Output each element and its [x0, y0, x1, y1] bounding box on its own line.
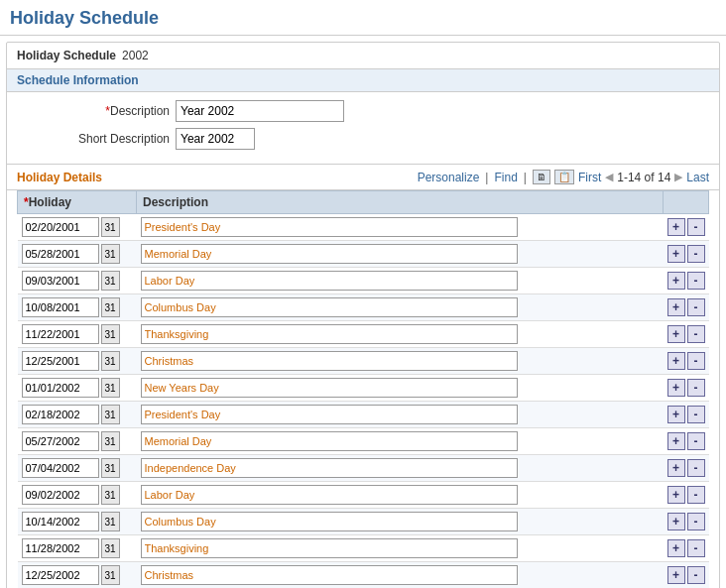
add-row-btn-5[interactable]: + [667, 352, 685, 370]
remove-row-btn-11[interactable]: - [687, 513, 705, 530]
col-header-holiday: *Holiday [18, 191, 137, 214]
date-cell-8: 31 [18, 428, 137, 455]
remove-row-btn-1[interactable]: - [687, 245, 705, 263]
remove-row-btn-2[interactable]: - [687, 272, 705, 290]
add-row-btn-8[interactable]: + [667, 432, 685, 450]
remove-row-btn-6[interactable]: - [687, 379, 705, 397]
action-cell-1: + - [664, 241, 709, 268]
add-row-btn-2[interactable]: + [667, 272, 685, 290]
desc-cell-10 [137, 482, 664, 509]
desc-input-12[interactable] [141, 538, 518, 558]
remove-row-btn-9[interactable]: - [687, 459, 705, 477]
date-input-5[interactable] [22, 351, 99, 371]
date-cell-10: 31 [18, 482, 137, 509]
last-link[interactable]: Last [686, 171, 709, 184]
desc-input-10[interactable] [141, 485, 518, 505]
date-input-2[interactable] [22, 271, 99, 291]
calendar-btn-12[interactable]: 31 [101, 538, 120, 558]
action-cell-11: + - [664, 509, 709, 535]
calendar-btn-0[interactable]: 31 [101, 217, 120, 237]
export-icon-btn[interactable]: 🗎 [533, 170, 550, 184]
calendar-btn-6[interactable]: 31 [101, 378, 120, 398]
first-link[interactable]: First [578, 171, 601, 184]
date-input-1[interactable] [22, 244, 99, 264]
col-header-description: Description [137, 191, 664, 214]
date-input-6[interactable] [22, 378, 99, 398]
remove-row-btn-7[interactable]: - [687, 406, 705, 423]
date-cell-3: 31 [18, 294, 137, 321]
add-row-btn-1[interactable]: + [667, 245, 685, 263]
desc-input-7[interactable] [141, 405, 518, 424]
date-input-4[interactable] [22, 324, 99, 344]
date-cell-0: 31 [18, 214, 137, 241]
calendar-btn-5[interactable]: 31 [101, 351, 120, 371]
desc-input-3[interactable] [141, 297, 518, 317]
remove-row-btn-10[interactable]: - [687, 486, 705, 504]
remove-row-btn-4[interactable]: - [687, 325, 705, 343]
add-row-btn-11[interactable]: + [667, 513, 685, 530]
remove-row-btn-8[interactable]: - [687, 432, 705, 450]
desc-input-8[interactable] [141, 431, 518, 451]
action-cell-3: + - [664, 294, 709, 321]
desc-input-13[interactable] [141, 565, 518, 585]
date-input-3[interactable] [22, 297, 99, 317]
action-cell-4: + - [664, 321, 709, 348]
add-row-btn-7[interactable]: + [667, 406, 685, 423]
header-row: Holiday Schedule 2002 [7, 43, 719, 68]
date-input-10[interactable] [22, 485, 99, 505]
date-input-9[interactable] [22, 458, 99, 478]
calendar-btn-3[interactable]: 31 [101, 297, 120, 317]
short-description-row: Short Description [17, 128, 709, 150]
prev-arrow[interactable]: ◀ [605, 171, 613, 183]
date-input-13[interactable] [22, 565, 99, 585]
add-row-btn-0[interactable]: + [667, 218, 685, 236]
desc-input-4[interactable] [141, 324, 518, 344]
desc-input-5[interactable] [141, 351, 518, 371]
description-input[interactable] [176, 100, 344, 122]
date-input-11[interactable] [22, 512, 99, 531]
add-row-btn-9[interactable]: + [667, 459, 685, 477]
date-input-7[interactable] [22, 405, 99, 424]
personalize-link[interactable]: Personalize [418, 171, 480, 184]
grid-icon-btn[interactable]: 📋 [554, 170, 574, 184]
date-input-0[interactable] [22, 217, 99, 237]
desc-input-6[interactable] [141, 378, 518, 398]
desc-input-11[interactable] [141, 512, 518, 531]
add-row-btn-3[interactable]: + [667, 298, 685, 316]
table-header-row: *Holiday Description [18, 191, 709, 214]
remove-row-btn-3[interactable]: - [687, 298, 705, 316]
calendar-btn-1[interactable]: 31 [101, 244, 120, 264]
short-description-label: Short Description [17, 132, 176, 146]
find-link[interactable]: Find [494, 171, 517, 184]
remove-row-btn-12[interactable]: - [687, 539, 705, 557]
remove-row-btn-5[interactable]: - [687, 352, 705, 370]
short-description-input[interactable] [176, 128, 255, 150]
add-row-btn-13[interactable]: + [667, 566, 685, 584]
date-input-8[interactable] [22, 431, 99, 451]
calendar-btn-2[interactable]: 31 [101, 271, 120, 291]
calendar-btn-11[interactable]: 31 [101, 512, 120, 531]
holiday-details-header: Holiday Details Personalize | Find | 🗎 📋… [7, 165, 719, 190]
date-input-12[interactable] [22, 538, 99, 558]
remove-row-btn-0[interactable]: - [687, 218, 705, 236]
calendar-btn-13[interactable]: 31 [101, 565, 120, 585]
desc-input-0[interactable] [141, 217, 518, 237]
add-row-btn-12[interactable]: + [667, 539, 685, 557]
calendar-btn-7[interactable]: 31 [101, 405, 120, 424]
calendar-btn-4[interactable]: 31 [101, 324, 120, 344]
next-arrow[interactable]: ▶ [674, 171, 682, 183]
action-cell-8: + - [664, 428, 709, 455]
nav-range: 1-14 of 14 [617, 171, 670, 184]
remove-row-btn-13[interactable]: - [687, 566, 705, 584]
action-cell-7: + - [664, 402, 709, 428]
desc-input-9[interactable] [141, 458, 518, 478]
calendar-btn-10[interactable]: 31 [101, 485, 120, 505]
calendar-btn-8[interactable]: 31 [101, 431, 120, 451]
holiday-table: *Holiday Description 31 + - 31 + - [17, 190, 709, 588]
desc-input-2[interactable] [141, 271, 518, 291]
add-row-btn-10[interactable]: + [667, 486, 685, 504]
desc-input-1[interactable] [141, 244, 518, 264]
calendar-btn-9[interactable]: 31 [101, 458, 120, 478]
add-row-btn-6[interactable]: + [667, 379, 685, 397]
add-row-btn-4[interactable]: + [667, 325, 685, 343]
